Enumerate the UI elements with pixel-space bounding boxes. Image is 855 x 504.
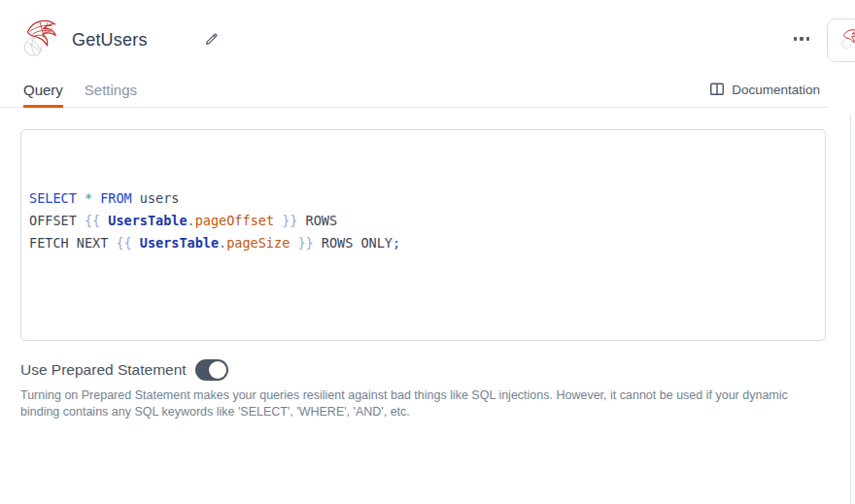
code-line: SELECT * FROM users (29, 187, 815, 210)
sqlserver-logo-icon (21, 17, 58, 62)
prepared-statement-row: Use Prepared Statement (20, 359, 228, 381)
tab-query[interactable]: Query (23, 72, 63, 107)
sqlserver-logo-icon (840, 28, 855, 53)
more-options-button[interactable] (785, 29, 818, 49)
tab-settings-label: Settings (85, 82, 137, 98)
documentation-link[interactable]: Documentation (709, 82, 820, 97)
open-book-icon (709, 82, 725, 97)
header: GetUsers (21, 17, 222, 62)
prepared-statement-help: Turning on Prepared Statement makes your… (20, 387, 804, 420)
sql-code: SELECT * FROM usersOFFSET {{ UsersTable.… (29, 187, 815, 254)
page-title: GetUsers (72, 30, 148, 50)
pencil-icon (204, 31, 220, 50)
right-pane-divider (850, 115, 851, 504)
sql-editor[interactable]: SELECT * FROM usersOFFSET {{ UsersTable.… (20, 129, 826, 341)
edit-name-button[interactable] (202, 29, 222, 51)
code-line: OFFSET {{ UsersTable.pageOffset }} ROWS (29, 210, 815, 232)
ellipsis-icon (794, 37, 810, 41)
prepared-statement-label: Use Prepared Statement (20, 361, 187, 379)
code-line: FETCH NEXT {{ UsersTable.pageSize }} ROW… (29, 232, 815, 254)
prepared-statement-toggle[interactable] (195, 359, 228, 381)
tab-bar: Query Settings Documentation (0, 72, 828, 108)
tab-query-label: Query (23, 82, 63, 98)
query-editor-pane: GetUsers (0, 0, 855, 504)
toggle-knob (209, 361, 226, 379)
documentation-label: Documentation (732, 83, 820, 97)
datasource-logo-box[interactable] (827, 18, 855, 62)
tab-settings[interactable]: Settings (85, 72, 137, 107)
